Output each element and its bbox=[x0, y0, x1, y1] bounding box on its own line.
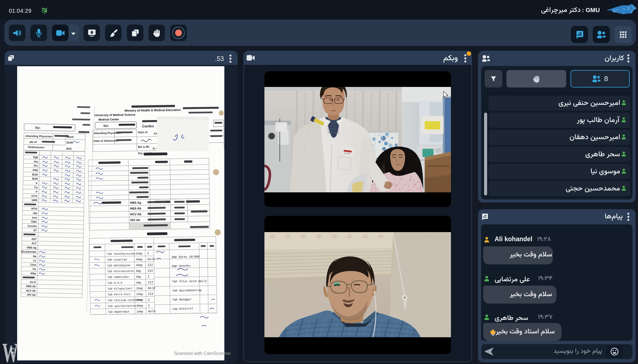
svg-text:Ward:: Ward: bbox=[67, 135, 74, 139]
svg-text:DAdmission:: DAdmission: bbox=[28, 145, 45, 149]
svg-text:iPTH: iPTH bbox=[31, 207, 37, 210]
svg-text:Hold: Hold bbox=[148, 286, 155, 290]
svg-text:TG: TG bbox=[32, 268, 36, 271]
svg-text:Tab Rendgel: Tab Rendgel bbox=[172, 298, 191, 301]
svg-text:PLt: PLt bbox=[34, 164, 38, 167]
svg-text:Tab Nephromin: Tab Nephromin bbox=[108, 310, 129, 313]
svg-text:ate of: ate of bbox=[29, 140, 37, 144]
svg-text:Scanned with CamScanner: Scanned with CamScanner bbox=[174, 351, 231, 356]
svg-text:Hct: Hct bbox=[34, 160, 38, 163]
svg-text:A–: A– bbox=[153, 146, 157, 150]
svg-text:HBS Ag: HBS Ag bbox=[27, 246, 36, 249]
svg-text:40mg: 40mg bbox=[136, 258, 142, 261]
svg-text:Tab A.S.A: Tab A.S.A bbox=[107, 281, 122, 285]
svg-text:HBS Ab: HBS Ab bbox=[26, 285, 36, 288]
svg-text:P: P bbox=[36, 190, 38, 193]
svg-text:Tab ApicXabontrap: Tab ApicXabontrap bbox=[172, 289, 202, 292]
svg-text:TIBC: TIBC bbox=[31, 220, 37, 223]
svg-text:Bed: Bed bbox=[66, 147, 72, 150]
svg-text:Date of Admission:: Date of Admission: bbox=[94, 139, 119, 142]
svg-text:ST: ST bbox=[33, 229, 37, 232]
svg-text:40mg: 40mg bbox=[136, 264, 142, 267]
svg-text:Tab Ferro Fort: Tab Ferro Fort bbox=[107, 293, 131, 296]
svg-text:III: III bbox=[148, 269, 153, 272]
svg-text:FBS: FBS bbox=[33, 169, 38, 172]
svg-text:Ferritin: Ferritin bbox=[28, 224, 37, 228]
svg-text:AST: AST bbox=[31, 238, 36, 241]
svg-text:I: I bbox=[147, 252, 149, 255]
svg-text:Hgb: Hgb bbox=[33, 156, 38, 159]
svg-text:25mg: 25mg bbox=[136, 293, 143, 296]
svg-text:No:: No: bbox=[103, 124, 109, 127]
svg-text:Tab levothyroxine: Tab levothyroxine bbox=[107, 252, 135, 256]
svg-text:Amp Venofer: Amp Venofer bbox=[172, 264, 191, 268]
svg-text:Attending Physician:: Attending Physician: bbox=[25, 134, 53, 138]
svg-text:HBS Ag: HBS Ag bbox=[130, 201, 141, 204]
svg-text:Iron: Iron bbox=[32, 216, 37, 219]
svg-text:Cardex: Cardex bbox=[142, 124, 154, 128]
svg-text:Tab spironolacton: Tab spironolacton bbox=[108, 304, 136, 308]
svg-text:K: K bbox=[36, 182, 38, 185]
svg-text:I: I bbox=[148, 298, 150, 301]
svg-text:ALT: ALT bbox=[31, 242, 36, 245]
svg-text:Tab Allopurinol: Tab Allopurinol bbox=[107, 287, 132, 290]
svg-text:Tab Atorvastatin: Tab Atorvastatin bbox=[107, 270, 134, 273]
svg-text:8mg: 8mg bbox=[136, 275, 141, 278]
svg-text:HIV Ab: HIV Ab bbox=[27, 293, 36, 296]
svg-text:III: III bbox=[148, 281, 153, 284]
svg-text:Start of: Start of bbox=[138, 131, 148, 134]
svg-text:Na: Na bbox=[33, 255, 36, 258]
svg-text:I: I bbox=[148, 304, 150, 307]
svg-text:Vit D: Vit D bbox=[30, 281, 36, 284]
svg-text:HCV Ab: HCV Ab bbox=[26, 289, 36, 292]
svg-text:Cr: Cr bbox=[33, 259, 36, 262]
svg-text:KT/V: KT/V bbox=[31, 195, 38, 198]
svg-text:DX: DX bbox=[154, 132, 157, 135]
svg-text:Bicarbonate: Bicarbonate bbox=[21, 250, 36, 253]
svg-text:Tab Amlodipine: Tab Amlodipine bbox=[107, 264, 130, 267]
svg-text:BUN: BUN bbox=[32, 177, 38, 180]
svg-text:5mg: 5mg bbox=[136, 281, 141, 284]
svg-text:I: I bbox=[148, 275, 149, 278]
svg-text:10mg: 10mg bbox=[136, 310, 143, 313]
svg-text:BUN: BUN bbox=[32, 173, 38, 176]
svg-text:Hold: Hold bbox=[147, 257, 155, 261]
svg-text:Ca: Ca bbox=[34, 186, 38, 189]
svg-text:No:: No: bbox=[35, 126, 41, 130]
svg-text:Chol: Chol bbox=[30, 263, 36, 266]
svg-text:URR: URR bbox=[31, 199, 37, 202]
svg-text:Tab Famotidin: Tab Famotidin bbox=[107, 275, 129, 279]
svg-text:BG & Rh: BG & Rh bbox=[138, 145, 149, 148]
svg-text:Alb: Alb bbox=[33, 212, 37, 215]
svg-text:Alkp: Alkp bbox=[30, 272, 36, 275]
svg-text:Medical Center: Medical Center bbox=[98, 118, 119, 121]
svg-text:Tab folic Acid daily: Tab folic Acid daily bbox=[172, 279, 207, 283]
svg-text:Amp Eprex 10/000: Amp Eprex 10/000 bbox=[171, 255, 199, 259]
svg-text:Hold: Hold bbox=[148, 310, 156, 313]
svg-text:HCV Ab: HCV Ab bbox=[130, 212, 141, 216]
svg-text:HIV Ab: HIV Ab bbox=[130, 218, 140, 222]
svg-text:cap Envitrol: cap Envitrol bbox=[172, 307, 193, 310]
svg-text:University of Medical Science: University of Medical Science bbox=[94, 113, 135, 117]
svg-text:HBS Ab: HBS Ab bbox=[130, 207, 141, 210]
svg-text:20mg: 20mg bbox=[136, 299, 143, 302]
svg-text:80mg: 80mg bbox=[136, 304, 143, 307]
svg-text:8mg: 8mg bbox=[136, 270, 141, 273]
svg-text:Tab Losartan: Tab Losartan bbox=[107, 258, 127, 262]
svg-text:25mg: 25mg bbox=[136, 252, 142, 255]
svg-text:III: III bbox=[147, 263, 153, 267]
svg-text:III: III bbox=[148, 292, 153, 296]
svg-text:25mg: 25mg bbox=[136, 287, 143, 290]
